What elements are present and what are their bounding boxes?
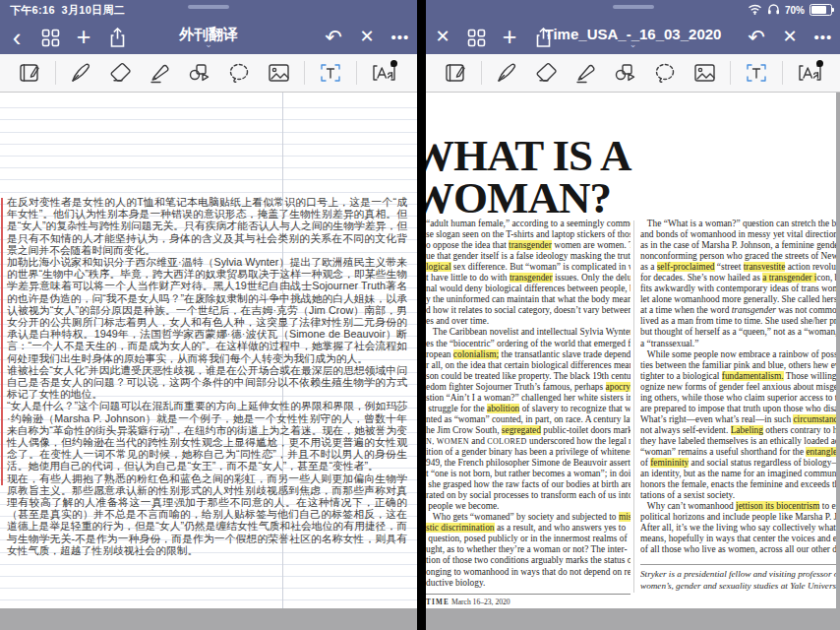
status-time: 下午6:16 xyxy=(10,4,55,16)
left-navbar: ‹ + 外刊翻译 ⌄ ↶ ✕ ••• xyxy=(0,20,417,54)
highlighted-text: a transgender i xyxy=(762,273,816,283)
article-text-line: N, WOMEN and COLORED underscored how the… xyxy=(426,436,630,447)
thumbnails-grid-icon[interactable] xyxy=(33,20,67,54)
article-text-line: of femininity and social status regardle… xyxy=(640,458,836,469)
font-style-tool-icon[interactable] xyxy=(363,57,402,89)
font-style-tool-icon[interactable] xyxy=(789,57,828,89)
note-paragraph: 现在，有些人拥抱了熟悉的粉红色和蓝色之间的彩虹，而另一些人则更加偏向生物学原教旨… xyxy=(7,472,407,556)
read-only-document-icon[interactable] xyxy=(10,57,49,89)
thumbnails-grid-icon[interactable] xyxy=(459,20,493,54)
close-document-icon[interactable]: ✕ xyxy=(350,20,384,54)
article-text-line: a “transsexual.” xyxy=(640,339,836,349)
highlighted-text: transgender xyxy=(510,273,553,283)
article-text-line: at a time when the word transgender was … xyxy=(640,305,836,316)
article-text-line: are prepared to impose that truth upon t… xyxy=(640,404,836,414)
article-text-line: After all, it’s we the living who say co… xyxy=(640,523,836,534)
note-paragraph: 谁被社会“女人化”并因此遭受厌恶性歧视，谁是在公开场合或在最深层的思想领域中问自… xyxy=(7,364,407,401)
article-text-line: let alone womanhood more generally. She … xyxy=(640,294,836,305)
lasso-tool-icon[interactable] xyxy=(645,57,685,89)
article-text-line: ing others, while those who claim superi… xyxy=(640,393,836,404)
article-column-right: The “What is a woman?” question can stre… xyxy=(640,219,836,592)
article-title: WHAT IS A WOMAN? xyxy=(426,135,630,220)
tool-badge-dot xyxy=(390,60,397,67)
read-only-document-icon[interactable] xyxy=(436,57,475,89)
article-text-line: ught, as to whether they’re a woman or n… xyxy=(426,544,630,555)
right-app-pane: 70% ✕ + Time_USA_-_16_03_2020 ⌄ ↶ ✕ ••• xyxy=(426,0,840,630)
article-text-line: edom fighter Sojourner Truth’s famous, p… xyxy=(426,382,630,393)
smallcaps-text: N, WOMEN xyxy=(426,437,469,446)
article-text-line: t have little to do with transgender iss… xyxy=(426,273,630,284)
battery-percent: 70% xyxy=(785,5,805,16)
share-icon[interactable] xyxy=(526,20,560,54)
translated-note-text[interactable]: 在反对变性者是女性的人的T恤和笔记本电脑贴纸上看似常识的口号上，这是一个“成年女… xyxy=(7,196,407,556)
article-text-line: not always self-evident. Labeling others… xyxy=(640,425,836,436)
text-box-tool-icon[interactable] xyxy=(311,57,350,89)
image-tool-icon[interactable] xyxy=(259,57,298,89)
article-text-line: stic discrimination as a result, and who… xyxy=(426,523,630,534)
left-note-page[interactable]: 在反对变性者是女性的人的T恤和笔记本电脑贴纸上看似常识的口号上，这是一个“成年女… xyxy=(0,92,417,608)
highlighted-text: fundamentalism. xyxy=(722,371,784,381)
article-text-line: Who gets “womaned” by society and subjec… xyxy=(426,512,630,523)
close-split-icon[interactable]: ✕ xyxy=(426,20,459,54)
article-text-line: she grasped how the raw facts of our bod… xyxy=(426,479,630,490)
highlighted-text: stic discrimination xyxy=(426,523,495,533)
article-text-line: struggle for the abolition of slavery to… xyxy=(426,404,630,414)
eraser-tool-icon[interactable] xyxy=(101,57,141,89)
status-time-date: 下午6:16 3月10日周二 xyxy=(10,3,125,18)
article-text-line: 949, the French philosopher Simone de Be… xyxy=(426,458,630,469)
highlighter-tool-icon[interactable] xyxy=(567,57,606,89)
article-text-line: es and over time. xyxy=(426,316,630,327)
article-text-line: but thought of herself as a “queen,” not… xyxy=(640,327,836,338)
highlighted-text: femininity xyxy=(650,458,689,468)
battery-icon xyxy=(810,4,832,16)
article-text-line: lived as a man from time to time. She us… xyxy=(640,316,836,327)
right-toolbar xyxy=(426,54,840,93)
more-options-icon[interactable]: ••• xyxy=(384,20,417,54)
undo-icon[interactable]: ↶ xyxy=(317,20,350,54)
add-page-icon[interactable]: + xyxy=(67,20,100,54)
window-drag-handle[interactable] xyxy=(188,5,229,9)
right-document-title[interactable]: Time_USA_-_16_03_2020 xyxy=(545,26,722,42)
article-text-line: d how it relates to social category, doe… xyxy=(426,305,630,316)
article-text-line: as a self-proclaimed “street transvestit… xyxy=(640,262,836,273)
magazine-page[interactable]: WHAT IS A WOMAN? “adult human female,” a… xyxy=(426,92,836,608)
highlighted-text: segregated xyxy=(502,425,541,435)
note-paragraph: 加勒比海小说家和知识分子西尔维亚·温特（Sylvia Wynter）提出了欧洲殖… xyxy=(7,256,407,364)
article-text-line: tion of those two conditions arguably ma… xyxy=(426,555,630,566)
article-text-line: While some people now embrace a rainbow … xyxy=(640,349,836,360)
text-box-tool-icon[interactable] xyxy=(737,57,776,89)
column-divider xyxy=(633,220,634,593)
article-text-line: ognize new forms of gender feel anxious … xyxy=(640,382,836,393)
shapes-tool-icon[interactable] xyxy=(180,57,219,89)
shapes-tool-icon[interactable] xyxy=(606,57,645,89)
article-text-line: stion “Ain’t I a woman?” challenged her … xyxy=(426,393,630,404)
window-drag-handle[interactable] xyxy=(613,5,654,9)
status-date: 3月10日周二 xyxy=(62,4,125,16)
note-paragraph: 在反对变性者是女性的人的T恤和笔记本电脑贴纸上看似常识的口号上，这是一个“成年女… xyxy=(7,196,407,256)
highlighted-text: colonialism; xyxy=(453,349,499,359)
image-tool-icon[interactable] xyxy=(685,57,724,89)
highlighted-text: transgender xyxy=(509,240,552,250)
author-bio: Stryker is a presidential fellow and vis… xyxy=(640,564,836,592)
eraser-tool-icon[interactable] xyxy=(527,57,567,89)
back-icon[interactable]: ‹ xyxy=(0,22,33,53)
pen-tool-icon[interactable] xyxy=(488,57,527,89)
close-document-icon[interactable]: ✕ xyxy=(773,20,807,54)
add-page-icon[interactable]: + xyxy=(493,20,526,54)
highlighted-text: apocryphal, xyxy=(606,382,630,392)
article-text-line: What’s right—even what’s real—in such ci… xyxy=(640,414,836,425)
lasso-tool-icon[interactable] xyxy=(219,57,259,89)
article-text-line: “woman” remains a useful shorthand for t… xyxy=(640,447,836,458)
article-text-line: r all, on the idea that certain biologic… xyxy=(426,360,630,371)
undo-icon[interactable]: ↶ xyxy=(740,20,773,54)
left-document-title[interactable]: 外刊翻译 xyxy=(179,26,238,42)
highlighted-text: misog- xyxy=(619,512,630,522)
pen-tool-icon[interactable] xyxy=(62,57,101,89)
highlighter-tool-icon[interactable] xyxy=(141,57,180,89)
wifi-icon xyxy=(748,4,762,17)
share-icon[interactable] xyxy=(100,20,134,54)
highlighted-text: Labeling xyxy=(731,425,763,435)
more-options-icon[interactable]: ••• xyxy=(807,20,840,54)
article-text-line: ductive biology. xyxy=(426,578,630,589)
article-text-line: o oppose the idea that transgender women… xyxy=(426,240,630,251)
